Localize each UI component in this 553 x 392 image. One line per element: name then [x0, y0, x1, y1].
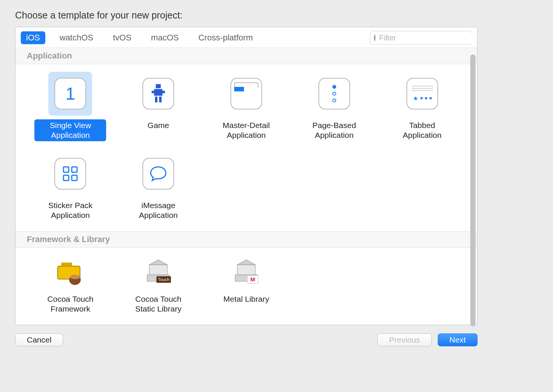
template-label: Metal Library [219, 293, 273, 305]
platform-tab-tvos[interactable]: tvOS [108, 31, 137, 44]
sheet-title: Choose a template for your new project: [0, 0, 493, 27]
library-touch-icon: Touch [141, 255, 175, 289]
template-single-view[interactable]: 1 Single View Application [28, 72, 113, 141]
template-page-based[interactable]: Page-Based Application [292, 72, 376, 141]
page-dots-icon [312, 72, 356, 116]
grid-2x2-icon [48, 152, 92, 196]
template-label: iMessage Application [122, 199, 194, 221]
section-header-framework: Framework & Library [15, 231, 477, 248]
template-game[interactable]: Game [116, 72, 201, 141]
svg-text:M: M [250, 276, 255, 282]
template-label: Sticker Pack Application [34, 199, 106, 221]
template-label: Cocoa Touch Static Library [122, 293, 194, 315]
svg-rect-4 [155, 97, 158, 102]
toolbox-icon [53, 255, 87, 289]
template-metal-library[interactable]: M Metal Library [204, 255, 289, 315]
svg-marker-21 [237, 260, 255, 265]
template-panel: iOS watchOS tvOS macOS Cross-platform Ap… [15, 27, 477, 325]
template-label: Cocoa Touch Framework [34, 293, 106, 315]
section-header-application: Application [15, 48, 477, 64]
template-tabbed[interactable]: ★ Tabbed Application [380, 72, 464, 141]
tab-bar-icon: ★ [400, 72, 444, 116]
template-cocoa-touch-framework[interactable]: Cocoa Touch Framework [28, 255, 113, 315]
filter-icon [374, 34, 375, 41]
framework-grid: Cocoa Touch Framework Touch Cocoa Touch … [15, 248, 477, 325]
template-imessage[interactable]: iMessage Application [116, 152, 201, 221]
svg-rect-11 [62, 262, 73, 266]
template-label: Master-Detail Application [210, 119, 282, 141]
template-label: Game [144, 119, 173, 131]
svg-rect-5 [159, 97, 162, 102]
svg-point-13 [70, 275, 80, 279]
new-project-sheet: Choose a template for your new project: … [0, 0, 493, 354]
svg-rect-7 [72, 167, 77, 172]
platform-tab-ios[interactable]: iOS [21, 31, 45, 44]
sheet-footer: Cancel Previous Next [0, 325, 493, 346]
application-grid: 1 Single View Application Game Master-De… [15, 64, 477, 231]
library-metal-icon: M [229, 255, 263, 289]
template-label: Page-Based Application [298, 119, 370, 141]
digit-one-icon: 1 [48, 72, 92, 116]
previous-button[interactable]: Previous [377, 333, 432, 346]
svg-rect-0 [156, 84, 161, 88]
svg-rect-1 [154, 89, 162, 96]
template-label: Single View Application [34, 119, 106, 141]
template-master-detail[interactable]: Master-Detail Application [204, 72, 289, 141]
scrollbar-thumb[interactable] [470, 54, 476, 326]
filter-input[interactable] [378, 33, 476, 43]
template-cocoa-touch-static[interactable]: Touch Cocoa Touch Static Library [116, 255, 201, 315]
cancel-button[interactable]: Cancel [15, 333, 63, 346]
speech-bubble-icon [136, 152, 180, 196]
svg-rect-3 [162, 91, 165, 93]
svg-rect-8 [63, 175, 69, 181]
filter-field[interactable] [370, 31, 472, 45]
svg-rect-9 [72, 175, 77, 181]
svg-text:Touch: Touch [158, 277, 170, 282]
master-detail-icon [224, 72, 268, 116]
template-sticker-pack[interactable]: Sticker Pack Application [28, 152, 113, 221]
svg-marker-16 [149, 260, 167, 265]
platform-tab-watchos[interactable]: watchOS [54, 31, 99, 44]
template-label: Tabbed Application [386, 119, 458, 141]
robot-icon [136, 72, 180, 116]
svg-rect-15 [149, 265, 167, 275]
platform-tabs: iOS watchOS tvOS macOS Cross-platform [21, 31, 258, 44]
svg-rect-6 [63, 167, 69, 172]
platform-filter-bar: iOS watchOS tvOS macOS Cross-platform [15, 27, 477, 48]
next-button[interactable]: Next [438, 333, 477, 346]
svg-rect-2 [152, 91, 154, 93]
platform-tab-crossplatform[interactable]: Cross-platform [193, 31, 258, 44]
svg-rect-20 [237, 265, 255, 275]
platform-tab-macos[interactable]: macOS [146, 31, 184, 44]
